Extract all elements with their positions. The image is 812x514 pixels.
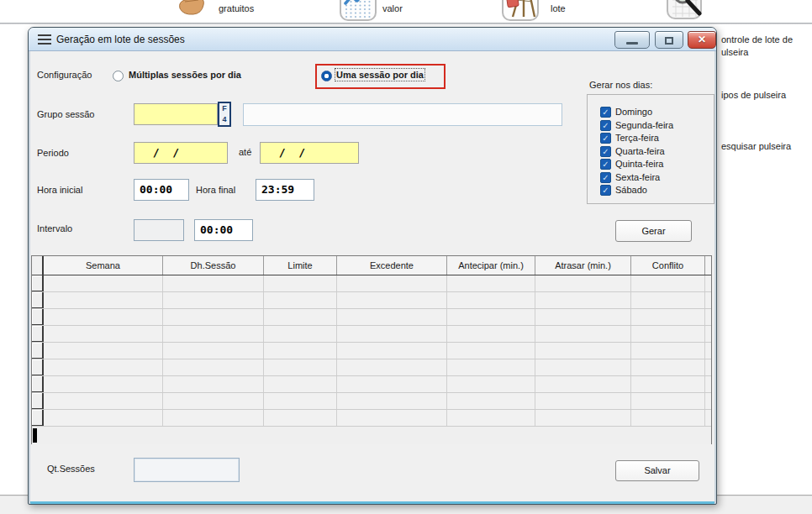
table-cell[interactable] [337, 275, 447, 291]
toolbar-label-valor[interactable]: valor [382, 3, 403, 13]
checkbox-label[interactable]: Quarta-feira [615, 146, 665, 156]
checkbox-label[interactable]: Domingo [615, 107, 652, 117]
table-cell[interactable] [44, 326, 163, 342]
radio-uma-sessao[interactable] [321, 71, 332, 81]
table-cell[interactable] [631, 393, 705, 409]
table-cell[interactable] [535, 343, 631, 359]
row-indicator[interactable] [32, 393, 44, 409]
background-menu-item[interactable]: esquisar pulseira [721, 140, 791, 153]
table-cell[interactable] [163, 359, 264, 375]
hand-coins-icon[interactable] [173, 0, 214, 21]
checkbox-label[interactable]: Sexta-feira [615, 172, 660, 182]
table-cell[interactable] [535, 292, 631, 308]
table-cell[interactable] [631, 343, 705, 359]
table-cell[interactable] [631, 275, 705, 291]
table-cell[interactable] [631, 292, 705, 308]
table-cell[interactable] [337, 359, 447, 375]
table-cell[interactable] [447, 410, 535, 426]
close-button[interactable]: ✕ [688, 31, 716, 49]
table-row[interactable] [32, 292, 711, 309]
table-cell[interactable] [447, 343, 535, 359]
intervalo-input-1[interactable] [134, 219, 184, 241]
table-cell[interactable] [264, 326, 337, 342]
magnifier-icon[interactable] [666, 0, 706, 21]
table-cell[interactable] [447, 376, 535, 392]
periodo-from-input[interactable]: / / [134, 142, 228, 164]
table-cell[interactable] [44, 393, 163, 409]
row-indicator[interactable] [32, 343, 44, 359]
row-indicator[interactable] [32, 326, 44, 342]
radio-multiplas-sessoes-label[interactable]: Múltiplas sessões por dia [129, 70, 241, 80]
dialog-titlebar[interactable]: Geração em lote de sessões ✕ [29, 28, 716, 51]
table-cell[interactable] [163, 309, 264, 325]
grid-column-header[interactable]: Semana [44, 256, 163, 275]
easel-icon[interactable] [501, 0, 541, 21]
grid-column-header[interactable]: Excedente [337, 256, 447, 275]
grid-column-header[interactable]: Limite [264, 256, 337, 275]
intervalo-input-2[interactable]: 00:00 [194, 219, 253, 241]
row-indicator[interactable] [32, 359, 44, 375]
table-cell[interactable] [44, 343, 163, 359]
grid-column-header[interactable]: Atrasar (min.) [535, 256, 631, 275]
table-cell[interactable] [447, 292, 535, 308]
grupo-sessao-input[interactable] [134, 103, 218, 125]
gerar-button[interactable]: Gerar [615, 220, 692, 242]
checkbox-sábado[interactable]: ✓ [600, 185, 611, 196]
table-cell[interactable] [264, 309, 337, 325]
table-row[interactable] [32, 410, 711, 427]
table-cell[interactable] [163, 326, 264, 342]
grid-column-header[interactable]: Dh.Sessão [163, 256, 264, 275]
table-cell[interactable] [447, 309, 535, 325]
row-indicator[interactable] [32, 376, 44, 392]
table-cell[interactable] [44, 275, 163, 291]
table-cell[interactable] [631, 359, 705, 375]
table-row[interactable] [32, 376, 711, 393]
table-cell[interactable] [337, 410, 447, 426]
table-row[interactable] [32, 343, 711, 359]
table-cell[interactable] [44, 309, 163, 325]
table-cell[interactable] [337, 376, 447, 392]
sessions-grid[interactable]: SemanaDh.SessãoLimiteExcedenteAntecipar … [31, 255, 712, 444]
salvar-button[interactable]: Salvar [615, 460, 699, 481]
table-cell[interactable] [535, 359, 631, 375]
table-cell[interactable] [535, 410, 631, 426]
checkbox-quarta-feira[interactable]: ✓ [600, 146, 611, 157]
table-cell[interactable] [264, 410, 337, 426]
checkbox-label[interactable]: Sábado [615, 185, 647, 195]
table-cell[interactable] [44, 376, 163, 392]
toolbar-label-gratuitos[interactable]: gratuitos [219, 3, 254, 13]
table-cell[interactable] [264, 292, 337, 308]
table-cell[interactable] [631, 326, 705, 342]
table-cell[interactable] [337, 292, 447, 308]
table-cell[interactable] [535, 326, 631, 342]
radio-uma-sessao-label[interactable]: Uma sessão por dia [336, 70, 424, 80]
checkbox-terça-feira[interactable]: ✓ [600, 133, 611, 144]
table-cell[interactable] [163, 292, 264, 308]
table-cell[interactable] [337, 309, 447, 325]
menu-icon[interactable] [38, 34, 51, 45]
table-row[interactable] [32, 309, 711, 326]
f4-lookup-icon[interactable]: F4 [218, 102, 231, 127]
checkbox-sexta-feira[interactable]: ✓ [600, 172, 611, 183]
checkbox-domingo[interactable]: ✓ [600, 107, 611, 118]
hora-inicial-input[interactable]: 00:00 [134, 179, 189, 201]
table-cell[interactable] [631, 376, 705, 392]
table-cell[interactable] [631, 309, 705, 325]
table-cell[interactable] [264, 359, 337, 375]
table-cell[interactable] [447, 275, 535, 291]
grid-column-header[interactable]: Conflito [631, 256, 705, 275]
table-cell[interactable] [447, 326, 535, 342]
table-cell[interactable] [264, 376, 337, 392]
table-row[interactable] [32, 393, 711, 410]
toolbar-label-lote[interactable]: lote [551, 3, 566, 13]
grid-column-header[interactable]: Antecipar (min.) [447, 256, 535, 275]
table-cell[interactable] [535, 376, 631, 392]
checkbox-label[interactable]: Terça-feira [615, 133, 659, 143]
row-indicator[interactable] [32, 410, 44, 426]
table-cell[interactable] [447, 359, 535, 375]
radio-multiplas-sessoes[interactable] [113, 71, 124, 81]
table-cell[interactable] [337, 343, 447, 359]
row-indicator[interactable] [32, 292, 44, 308]
table-cell[interactable] [264, 343, 337, 359]
table-row[interactable] [32, 275, 711, 292]
